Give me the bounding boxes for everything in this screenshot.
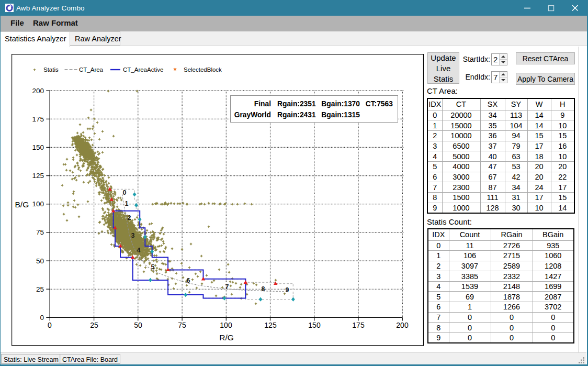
svg-text:CT_Area: CT_Area xyxy=(79,66,104,73)
svg-text:175: 175 xyxy=(32,115,44,123)
svg-text:B/G: B/G xyxy=(15,200,29,209)
svg-text:100: 100 xyxy=(220,321,232,329)
svg-text:150: 150 xyxy=(308,321,321,329)
svg-text:Rgain:2431 Bgain:1315: Rgain:2431 Bgain:1315 xyxy=(277,111,360,119)
svg-text:6: 6 xyxy=(187,277,190,284)
svg-text:7: 7 xyxy=(225,283,229,291)
svg-text:50: 50 xyxy=(36,257,44,265)
svg-text:125: 125 xyxy=(32,172,44,180)
svg-text:R/G: R/G xyxy=(219,333,234,342)
svg-text:75: 75 xyxy=(178,321,186,329)
svg-text:75: 75 xyxy=(36,228,44,236)
svg-text:1: 1 xyxy=(125,200,129,207)
svg-text:4: 4 xyxy=(137,247,141,254)
svg-text:8: 8 xyxy=(262,285,265,293)
svg-text:150: 150 xyxy=(32,143,44,151)
svg-text:25: 25 xyxy=(36,285,44,293)
svg-text:SelectedBlock: SelectedBlock xyxy=(184,66,222,73)
svg-text:9: 9 xyxy=(286,286,289,294)
svg-text:0: 0 xyxy=(123,189,127,196)
svg-text:100: 100 xyxy=(32,200,44,208)
svg-text:0: 0 xyxy=(40,314,44,321)
svg-text:200: 200 xyxy=(396,321,409,329)
svg-text:125: 125 xyxy=(264,321,277,329)
svg-text:Final: Final xyxy=(254,100,271,108)
svg-text:200: 200 xyxy=(32,87,44,95)
svg-text:3: 3 xyxy=(131,232,135,239)
svg-text:Rgain:2351 Bgain:1370 CT:756: Rgain:2351 Bgain:1370 CT:7563 xyxy=(277,100,393,108)
svg-text:GrayWorld: GrayWorld xyxy=(234,111,271,119)
svg-text:2: 2 xyxy=(128,214,131,221)
svg-text:CT_AreaActive: CT_AreaActive xyxy=(123,66,163,73)
svg-text:Statis: Statis xyxy=(43,66,59,73)
svg-text:0: 0 xyxy=(48,321,52,329)
svg-text:50: 50 xyxy=(134,321,142,329)
svg-text:25: 25 xyxy=(90,321,98,329)
svg-text:175: 175 xyxy=(352,321,365,329)
svg-text:5: 5 xyxy=(151,263,155,271)
